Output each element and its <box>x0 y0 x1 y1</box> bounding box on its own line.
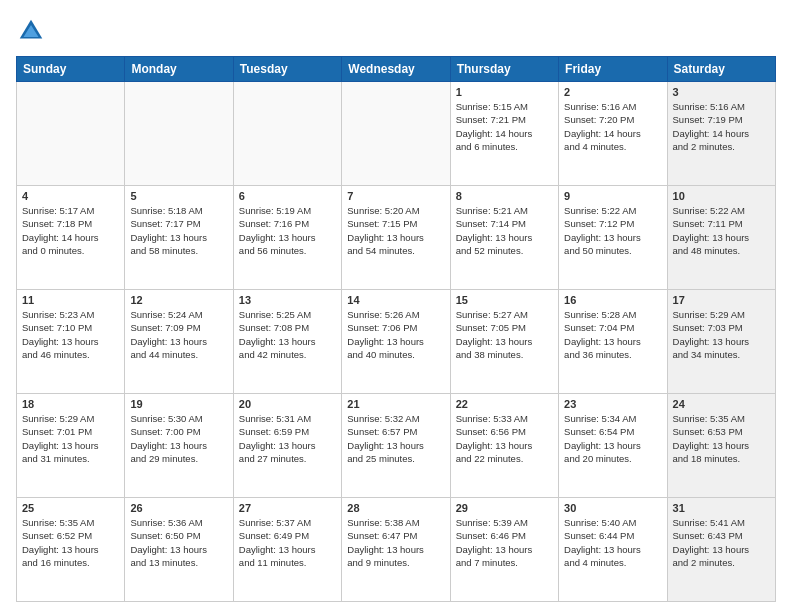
day-info-line: and 31 minutes. <box>22 452 119 465</box>
day-info-line: and 27 minutes. <box>239 452 336 465</box>
day-info-line: Sunrise: 5:35 AM <box>22 516 119 529</box>
day-info-line: and 18 minutes. <box>673 452 770 465</box>
day-number: 18 <box>22 398 119 410</box>
day-info: Sunrise: 5:19 AMSunset: 7:16 PMDaylight:… <box>239 204 336 257</box>
day-info: Sunrise: 5:27 AMSunset: 7:05 PMDaylight:… <box>456 308 553 361</box>
day-info-line: Daylight: 13 hours <box>456 439 553 452</box>
day-info: Sunrise: 5:33 AMSunset: 6:56 PMDaylight:… <box>456 412 553 465</box>
calendar-week-row: 11Sunrise: 5:23 AMSunset: 7:10 PMDayligh… <box>17 290 776 394</box>
calendar-cell <box>342 82 450 186</box>
calendar-cell: 16Sunrise: 5:28 AMSunset: 7:04 PMDayligh… <box>559 290 667 394</box>
day-info-line: Sunset: 6:50 PM <box>130 529 227 542</box>
day-info-line: and 2 minutes. <box>673 556 770 569</box>
day-info-line: Daylight: 13 hours <box>347 231 444 244</box>
day-info-line: Sunset: 6:44 PM <box>564 529 661 542</box>
calendar-cell: 1Sunrise: 5:15 AMSunset: 7:21 PMDaylight… <box>450 82 558 186</box>
calendar-cell: 21Sunrise: 5:32 AMSunset: 6:57 PMDayligh… <box>342 394 450 498</box>
day-info-line: Sunset: 7:21 PM <box>456 113 553 126</box>
day-info-line: Sunrise: 5:29 AM <box>673 308 770 321</box>
day-info: Sunrise: 5:16 AMSunset: 7:19 PMDaylight:… <box>673 100 770 153</box>
day-info-line: Daylight: 13 hours <box>673 439 770 452</box>
day-number: 31 <box>673 502 770 514</box>
day-number: 6 <box>239 190 336 202</box>
day-info: Sunrise: 5:34 AMSunset: 6:54 PMDaylight:… <box>564 412 661 465</box>
calendar-cell: 23Sunrise: 5:34 AMSunset: 6:54 PMDayligh… <box>559 394 667 498</box>
day-info-line: Sunset: 6:57 PM <box>347 425 444 438</box>
day-info-line: Sunrise: 5:34 AM <box>564 412 661 425</box>
day-info-line: Daylight: 13 hours <box>22 543 119 556</box>
calendar-cell: 2Sunrise: 5:16 AMSunset: 7:20 PMDaylight… <box>559 82 667 186</box>
calendar-cell <box>125 82 233 186</box>
day-info: Sunrise: 5:17 AMSunset: 7:18 PMDaylight:… <box>22 204 119 257</box>
day-info: Sunrise: 5:22 AMSunset: 7:12 PMDaylight:… <box>564 204 661 257</box>
day-number: 9 <box>564 190 661 202</box>
day-number: 7 <box>347 190 444 202</box>
day-info: Sunrise: 5:35 AMSunset: 6:52 PMDaylight:… <box>22 516 119 569</box>
day-info-line: and 40 minutes. <box>347 348 444 361</box>
calendar-cell: 7Sunrise: 5:20 AMSunset: 7:15 PMDaylight… <box>342 186 450 290</box>
calendar-cell: 12Sunrise: 5:24 AMSunset: 7:09 PMDayligh… <box>125 290 233 394</box>
day-info-line: Sunset: 6:52 PM <box>22 529 119 542</box>
day-number: 2 <box>564 86 661 98</box>
calendar-cell <box>233 82 341 186</box>
day-info-line: Daylight: 14 hours <box>22 231 119 244</box>
day-info-line: Sunset: 6:53 PM <box>673 425 770 438</box>
day-info-line: Sunset: 6:54 PM <box>564 425 661 438</box>
day-info: Sunrise: 5:29 AMSunset: 7:03 PMDaylight:… <box>673 308 770 361</box>
day-info-line: Daylight: 14 hours <box>456 127 553 140</box>
header <box>16 16 776 46</box>
day-info-line: Sunset: 6:59 PM <box>239 425 336 438</box>
day-info-line: Daylight: 13 hours <box>239 335 336 348</box>
day-number: 19 <box>130 398 227 410</box>
day-info-line: Sunset: 7:15 PM <box>347 217 444 230</box>
day-info-line: and 2 minutes. <box>673 140 770 153</box>
calendar-cell: 30Sunrise: 5:40 AMSunset: 6:44 PMDayligh… <box>559 498 667 602</box>
calendar-cell: 10Sunrise: 5:22 AMSunset: 7:11 PMDayligh… <box>667 186 775 290</box>
calendar-cell: 22Sunrise: 5:33 AMSunset: 6:56 PMDayligh… <box>450 394 558 498</box>
day-info-line: Sunrise: 5:16 AM <box>564 100 661 113</box>
day-info-line: Sunrise: 5:32 AM <box>347 412 444 425</box>
calendar-cell: 13Sunrise: 5:25 AMSunset: 7:08 PMDayligh… <box>233 290 341 394</box>
day-number: 14 <box>347 294 444 306</box>
calendar-cell: 18Sunrise: 5:29 AMSunset: 7:01 PMDayligh… <box>17 394 125 498</box>
day-info-line: and 29 minutes. <box>130 452 227 465</box>
day-info-line: Sunset: 7:16 PM <box>239 217 336 230</box>
day-info-line: and 54 minutes. <box>347 244 444 257</box>
calendar-day-header: Wednesday <box>342 57 450 82</box>
day-info-line: Daylight: 13 hours <box>22 439 119 452</box>
calendar-cell: 29Sunrise: 5:39 AMSunset: 6:46 PMDayligh… <box>450 498 558 602</box>
day-number: 29 <box>456 502 553 514</box>
day-info: Sunrise: 5:35 AMSunset: 6:53 PMDaylight:… <box>673 412 770 465</box>
day-info-line: and 11 minutes. <box>239 556 336 569</box>
calendar-week-row: 25Sunrise: 5:35 AMSunset: 6:52 PMDayligh… <box>17 498 776 602</box>
day-info-line: and 4 minutes. <box>564 140 661 153</box>
day-info-line: Daylight: 13 hours <box>239 231 336 244</box>
day-info-line: and 46 minutes. <box>22 348 119 361</box>
day-info-line: and 9 minutes. <box>347 556 444 569</box>
day-number: 11 <box>22 294 119 306</box>
calendar-cell: 31Sunrise: 5:41 AMSunset: 6:43 PMDayligh… <box>667 498 775 602</box>
calendar-cell: 20Sunrise: 5:31 AMSunset: 6:59 PMDayligh… <box>233 394 341 498</box>
day-info: Sunrise: 5:37 AMSunset: 6:49 PMDaylight:… <box>239 516 336 569</box>
day-info-line: and 52 minutes. <box>456 244 553 257</box>
day-info-line: Sunrise: 5:40 AM <box>564 516 661 529</box>
day-info-line: Sunrise: 5:27 AM <box>456 308 553 321</box>
day-info: Sunrise: 5:30 AMSunset: 7:00 PMDaylight:… <box>130 412 227 465</box>
calendar-cell: 28Sunrise: 5:38 AMSunset: 6:47 PMDayligh… <box>342 498 450 602</box>
day-number: 3 <box>673 86 770 98</box>
day-info-line: Daylight: 13 hours <box>564 543 661 556</box>
day-info: Sunrise: 5:36 AMSunset: 6:50 PMDaylight:… <box>130 516 227 569</box>
day-info-line: Daylight: 13 hours <box>564 335 661 348</box>
day-info-line: Daylight: 13 hours <box>22 335 119 348</box>
day-info-line: Sunset: 7:14 PM <box>456 217 553 230</box>
day-number: 27 <box>239 502 336 514</box>
day-info-line: Sunrise: 5:19 AM <box>239 204 336 217</box>
day-info-line: and 34 minutes. <box>673 348 770 361</box>
day-info-line: Sunset: 7:11 PM <box>673 217 770 230</box>
day-info: Sunrise: 5:38 AMSunset: 6:47 PMDaylight:… <box>347 516 444 569</box>
day-info: Sunrise: 5:26 AMSunset: 7:06 PMDaylight:… <box>347 308 444 361</box>
calendar-cell: 11Sunrise: 5:23 AMSunset: 7:10 PMDayligh… <box>17 290 125 394</box>
day-info: Sunrise: 5:31 AMSunset: 6:59 PMDaylight:… <box>239 412 336 465</box>
day-info-line: and 50 minutes. <box>564 244 661 257</box>
day-info-line: and 0 minutes. <box>22 244 119 257</box>
